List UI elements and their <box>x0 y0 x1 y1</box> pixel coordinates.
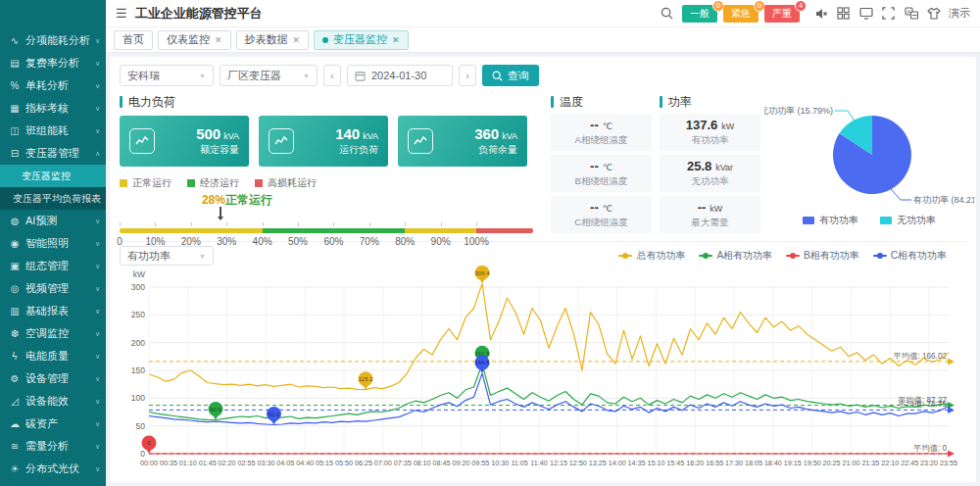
mute-icon[interactable] <box>813 6 828 21</box>
pie-chart[interactable]: 无功功率 (15.79%)有功功率 (84.21%) <box>764 94 974 214</box>
chevron-down-icon: ∨ <box>95 353 100 361</box>
close-icon[interactable]: ✕ <box>392 35 400 45</box>
sidebar-item-8[interactable]: ▣组态管理∨ <box>0 255 106 277</box>
load-card-2[interactable]: 360kVA负荷余量 <box>398 116 527 167</box>
sidebar-item-15[interactable]: ☁碳资产∨ <box>0 413 106 435</box>
x-tick-label: 05:50 <box>335 459 353 467</box>
pie-legend-item-0[interactable]: 有功功率 <box>803 214 858 227</box>
sidebar-item-2[interactable]: %单耗分析∨ <box>0 74 106 97</box>
x-tick-label: 14:00 <box>609 459 626 467</box>
demo-link[interactable]: 演示 <box>949 6 970 21</box>
chevron-down-icon: ▼ <box>303 73 310 79</box>
vendor-select[interactable]: 安科瑞 ▼ <box>120 65 214 86</box>
temperature-stat-1: --℃B相绕组温度 <box>551 155 652 192</box>
line-legend-item-1[interactable]: A相有功功率 <box>699 249 772 263</box>
load-card-0[interactable]: 500kVA额定容量 <box>120 116 249 167</box>
sidebar-item-label: 指标考核 <box>25 101 90 116</box>
sidebar-item-9[interactable]: ◎视频管理∨ <box>0 277 106 300</box>
alert-badge-1[interactable]: 紧急0 <box>723 5 759 23</box>
temperature-stat-unit: ℃ <box>603 163 612 172</box>
sidebar-item-7[interactable]: ◉智能照明∨ <box>0 232 106 255</box>
alert-badge-2[interactable]: 严重4 <box>764 5 800 23</box>
power-stat-2: --kW最大需量 <box>660 196 760 233</box>
line-legend-item-3[interactable]: C相有功功率 <box>873 249 947 263</box>
calendar-icon <box>355 71 366 81</box>
fullscreen-icon[interactable] <box>881 6 896 21</box>
sidebar-item-11[interactable]: ❆空调监控∨ <box>0 322 106 345</box>
x-tick-label: 06:25 <box>355 459 372 467</box>
x-tick-label: 16:20 <box>686 459 704 467</box>
temperature-stat-0: --℃A相绕组温度 <box>551 114 652 151</box>
min-marker[interactable]: 60.9 <box>209 402 223 420</box>
theme-shirt-icon[interactable] <box>926 6 941 21</box>
line-legend-item-0[interactable]: 总有功功率 <box>618 249 685 263</box>
sidebar-item-13[interactable]: ⚙设备管理∨ <box>0 367 106 390</box>
tab-0[interactable]: 首页 <box>114 30 153 50</box>
y-tick-label: 100 <box>131 393 145 403</box>
min-marker[interactable]: 115.2 <box>359 371 373 390</box>
temperature-stat-2: --℃C相绕组温度 <box>551 196 652 233</box>
chevron-down-icon: ∨ <box>95 263 100 270</box>
sidebar-item-1[interactable]: ▤复费率分析∨ <box>0 52 106 74</box>
legend-label: C相有功功率 <box>891 249 947 263</box>
card-unit: kVA <box>223 131 239 141</box>
sidebar-item-5[interactable]: ⊟变压器管理∧ <box>0 142 106 165</box>
tab-1[interactable]: 仪表监控✕ <box>158 30 231 50</box>
min-marker[interactable]: 52.0 <box>267 407 281 425</box>
sidebar-item-0[interactable]: ∿分项能耗分析∨ <box>0 29 106 52</box>
sidebar-subitem-5-1[interactable]: 变压器平均负荷报表 <box>0 187 106 210</box>
app-window: ∿分项能耗分析∨▤复费率分析∨%单耗分析∨▦指标考核∨◫班组能耗∨⊟变压器管理∧… <box>0 0 980 486</box>
grid-apps-icon[interactable] <box>836 6 851 21</box>
next-day-button[interactable]: › <box>459 65 476 86</box>
line-legend-item-2[interactable]: B相有功功率 <box>786 249 859 263</box>
monitor-icon[interactable] <box>858 6 873 21</box>
search-button[interactable]: 查询 <box>482 65 539 86</box>
sidebar-item-label: 分项能耗分析 <box>25 33 90 48</box>
max-marker[interactable]: 306.4 <box>474 266 490 283</box>
sidebar-item-3[interactable]: ▦指标考核∨ <box>0 97 106 120</box>
sidebar-item-6[interactable]: ◍AI预测∨ <box>0 210 106 232</box>
menu-toggle-icon[interactable]: ☰ <box>116 6 127 21</box>
team-energy-icon: ◫ <box>9 125 21 136</box>
prev-day-button[interactable]: ‹ <box>323 65 341 86</box>
sidebar-item-17[interactable]: ☀分布式光伏∨ <box>0 458 106 480</box>
x-tick-label: 07:00 <box>374 459 392 467</box>
alert-badge-label: 紧急 <box>731 8 751 19</box>
sidebar-item-10[interactable]: ▥基础报表∨ <box>0 300 106 322</box>
temperature-panel: 温度 --℃A相绕组温度--℃B相绕组温度--℃C相绕组温度 <box>551 94 652 237</box>
close-icon[interactable]: ✕ <box>293 35 301 45</box>
metric-select[interactable]: 有功功率 ▼ <box>120 246 214 266</box>
pie-legend: 有功功率无功功率 <box>764 214 974 227</box>
sidebar-subitem-5-0[interactable]: 变压器监控 <box>0 165 106 187</box>
x-tick-label: 22:10 <box>881 459 899 467</box>
date-picker[interactable]: 2024-01-30 <box>347 65 453 86</box>
line-chart[interactable]: 050100150200250300kW00:0000:3501:1001:45… <box>120 266 968 479</box>
top-header: ☰ 工业企业能源管控平台 一般0紧急0严重4 A <box>106 0 980 27</box>
sidebar-item-16[interactable]: ≋需量分析∨ <box>0 435 106 458</box>
sidebar-item-4[interactable]: ◫班组能耗∨ <box>0 120 106 142</box>
svg-text:115.2: 115.2 <box>359 376 373 382</box>
translate-icon[interactable]: A <box>904 6 918 21</box>
load-card-1[interactable]: 140kVA运行负荷 <box>259 116 388 167</box>
average-line-arrow-icon <box>948 451 955 458</box>
x-tick-label: 19:15 <box>784 459 802 467</box>
search-icon[interactable] <box>660 6 674 21</box>
pie-legend-item-1[interactable]: 无功功率 <box>880 214 936 227</box>
temperature-stat-value: --℃ <box>590 200 612 215</box>
tab-2[interactable]: 抄表数据✕ <box>236 30 310 50</box>
legend-swatch <box>880 217 892 224</box>
sidebar-item-12[interactable]: ϟ电能质量∨ <box>0 345 106 367</box>
power-stat-value: 25.8kVar <box>687 159 733 173</box>
gauge-bar[interactable] <box>120 228 535 233</box>
tab-3[interactable]: 变压器监控✕ <box>314 30 409 50</box>
legend-label: 无功功率 <box>897 214 936 227</box>
card-label: 额定容量 <box>163 143 239 157</box>
transformer-icon: ⊟ <box>9 148 21 159</box>
transformer-select[interactable]: 厂区变压器 ▼ <box>220 65 318 86</box>
alert-badge-0[interactable]: 一般0 <box>682 5 717 23</box>
sidebar-item-14[interactable]: ◿设备能效∨ <box>0 390 106 413</box>
power-stat-1: 25.8kVar无功功率 <box>660 155 760 192</box>
gauge-scale-label: 0 <box>117 236 122 247</box>
main-panel: 安科瑞 ▼ 厂区变压器 ▼ ‹ 2024-01-30 › <box>110 57 976 482</box>
close-icon[interactable]: ✕ <box>215 35 222 45</box>
